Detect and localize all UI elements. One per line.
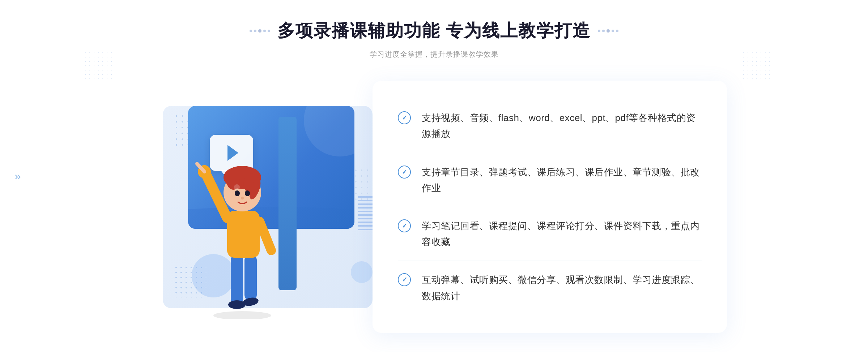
feature-text-3: 学习笔记回看、课程提问、课程评论打分、课件资料下载，重点内容收藏	[422, 218, 702, 250]
section-subtitle: 学习进度全掌握，提升录播课教学效果	[250, 50, 618, 59]
dot	[612, 30, 614, 32]
svg-point-17	[241, 197, 244, 199]
dot	[250, 30, 252, 32]
feature-text-1: 支持视频、音频、flash、word、excel、ppt、pdf等各种格式的资源…	[422, 110, 702, 142]
person-illustration	[195, 138, 289, 319]
feature-text-4: 互动弹幕、试听购买、微信分享、观看次数限制、学习进度跟踪、数据统计	[422, 272, 702, 304]
left-chevrons-decoration: »	[14, 170, 21, 182]
title-dots-right	[598, 29, 618, 33]
feature-item-2: 支持章节目录、弹题考试、课后练习、课后作业、章节测验、批改作业	[398, 153, 702, 207]
check-circle-4	[398, 273, 411, 286]
feature-item-1: 支持视频、音频、flash、word、excel、ppt、pdf等各种格式的资源…	[398, 99, 702, 153]
svg-point-19	[234, 184, 240, 190]
dot	[602, 30, 605, 32]
feature-item-4: 互动弹幕、试听购买、微信分享、观看次数限制、学习进度跟踪、数据统计	[398, 261, 702, 314]
dot	[263, 30, 266, 32]
dot	[598, 30, 600, 32]
check-icon-3	[398, 219, 411, 232]
check-icon-2	[398, 166, 411, 179]
illustration-area	[141, 95, 387, 319]
svg-point-3	[228, 300, 246, 309]
dot	[254, 30, 256, 32]
title-dots-left	[250, 29, 270, 33]
check-circle-2	[398, 166, 411, 179]
blue-circle-small-decoration	[351, 261, 373, 283]
svg-point-0	[213, 311, 271, 319]
dot	[616, 30, 618, 32]
section-title: 多项录播课辅助功能 专为线上教学打造	[277, 19, 590, 42]
feature-item-3: 学习笔记回看、课程提问、课程评论打分、课件资料下载，重点内容收藏	[398, 207, 702, 261]
dots-decoration-top-right	[741, 51, 770, 80]
content-panel: 支持视频、音频、flash、word、excel、ppt、pdf等各种格式的资源…	[373, 81, 727, 333]
section-header: 多项录播课辅助功能 专为线上教学打造 学习进度全掌握，提升录播课教学效果	[250, 19, 618, 59]
check-icon-4	[398, 273, 411, 286]
check-circle-1	[398, 111, 411, 124]
main-content: »	[127, 81, 741, 333]
dot-large	[607, 29, 610, 33]
check-circle-3	[398, 219, 411, 232]
svg-rect-1	[231, 254, 243, 305]
page-container: 多项录播课辅助功能 专为线上教学打造 学习进度全掌握，提升录播课教学效果 »	[0, 0, 868, 352]
svg-line-8	[260, 222, 271, 250]
svg-point-16	[245, 190, 250, 196]
feature-text-2: 支持章节目录、弹题考试、课后练习、课后作业、章节测验、批改作业	[422, 164, 702, 196]
dots-decoration-top-left	[83, 51, 112, 80]
dot-large	[258, 29, 261, 33]
svg-point-15	[235, 190, 240, 196]
svg-rect-2	[244, 254, 257, 301]
dot	[268, 30, 270, 32]
title-row: 多项录播课辅助功能 专为线上教学打造	[250, 19, 618, 42]
check-icon-1	[398, 111, 411, 124]
chevron-right-icon: »	[14, 170, 21, 182]
